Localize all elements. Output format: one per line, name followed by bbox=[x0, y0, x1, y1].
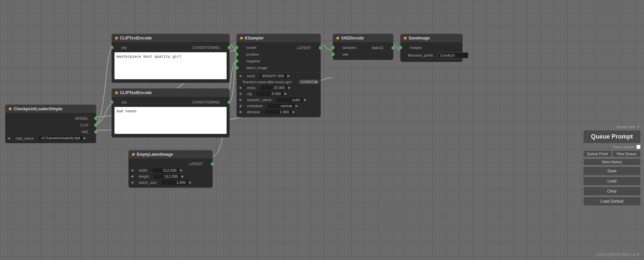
scheduler-right-arrow[interactable]: ▶ bbox=[295, 104, 299, 108]
cfg-right-arrow[interactable]: ▶ bbox=[284, 92, 288, 95]
clip2-conditioning-dot bbox=[228, 100, 231, 104]
saveimage-port-images: images bbox=[401, 44, 462, 51]
saveimage-dot bbox=[404, 37, 407, 39]
load-default-button[interactable]: Load Default bbox=[583, 197, 641, 206]
samplername-left-arrow[interactable]: ◀ bbox=[238, 98, 242, 102]
port-clip-label: CLIP bbox=[76, 123, 93, 127]
port-model: MODEL bbox=[5, 115, 96, 122]
ksampler-title: KSampler bbox=[245, 36, 264, 40]
clip2-port-clip: clip bbox=[112, 99, 134, 106]
latent-header: EmptyLatentImage bbox=[129, 150, 212, 158]
ksampler-output-label: LATENT bbox=[292, 46, 316, 50]
latent-body: LATENT ◀ width 512.000 ▶ ◀ height 512.00… bbox=[129, 158, 212, 187]
clip1-textarea[interactable]: masterpiece best quality girl bbox=[114, 52, 227, 78]
clear-button[interactable]: Clear bbox=[583, 187, 641, 196]
saveimage-body: images filename_prefix bbox=[401, 42, 462, 62]
batch-right-arrow[interactable]: ▶ bbox=[188, 181, 192, 184]
random-seed-label: Random seed after every gen bbox=[238, 80, 297, 84]
batch-left-arrow[interactable]: ◀ bbox=[130, 181, 134, 184]
port-clip: CLIP bbox=[5, 122, 96, 128]
denoise-left-arrow[interactable]: ◀ bbox=[238, 110, 242, 114]
saveimage-title: SaveImage bbox=[409, 36, 430, 40]
ksampler-model-dot bbox=[235, 46, 238, 49]
ksampler-cfg-row: ◀ cfg 8.000 ▶ bbox=[237, 91, 320, 97]
ksampler-random-seed-row: Random seed after every gen enabled bbox=[237, 79, 320, 85]
checkpoint-header: CheckpointLoaderSimple bbox=[5, 105, 96, 113]
width-right-arrow[interactable]: ▶ bbox=[179, 169, 183, 172]
port-vae-dot bbox=[94, 130, 98, 134]
watermark: CSDN @暂时先用这个名字 bbox=[595, 252, 640, 257]
extra-options-label: Extra options bbox=[613, 145, 635, 149]
height-left-arrow[interactable]: ◀ bbox=[130, 175, 134, 178]
vaedecode-body: samples vae IMAGE bbox=[333, 42, 393, 60]
ksampler-output-dot bbox=[319, 46, 322, 50]
view-queue-button[interactable]: View Queue bbox=[612, 150, 641, 157]
vaedecode-output-dot bbox=[391, 46, 395, 50]
vaedecode-port-output: IMAGE bbox=[364, 44, 393, 51]
width-left-arrow[interactable]: ◀ bbox=[130, 169, 134, 172]
cfg-left-arrow[interactable]: ◀ bbox=[238, 92, 242, 95]
save-button[interactable]: Save bbox=[583, 167, 641, 175]
clip1-header: CLIPTextEncode bbox=[112, 34, 229, 42]
clip2-body: clip CONDITIONING bad hands bbox=[112, 97, 229, 137]
ksampler-seed-row: ◀ seed 8566257.000 ▶ bbox=[237, 73, 320, 79]
height-label: height bbox=[134, 174, 154, 178]
steps-label: steps bbox=[242, 86, 260, 90]
vaedecode-samples-dot bbox=[331, 46, 335, 49]
clip2-title: CLIPTextEncode bbox=[120, 90, 152, 95]
clip1-title: CLIPTextEncode bbox=[120, 36, 152, 40]
steps-left-arrow[interactable]: ◀ bbox=[238, 86, 242, 89]
clip2-header: CLIPTextEncode bbox=[112, 89, 229, 97]
ckpt-left-arrow[interactable]: ◀ bbox=[7, 137, 11, 140]
extra-options-checkbox[interactable] bbox=[636, 145, 641, 149]
load-button[interactable]: Load bbox=[583, 177, 641, 185]
clip1-clip-label: clip bbox=[117, 46, 132, 50]
clip2-dot bbox=[115, 91, 118, 94]
width-label: width bbox=[134, 168, 152, 172]
clip1-clip-dot bbox=[110, 46, 113, 49]
queue-prompt-button[interactable]: Queue Prompt bbox=[583, 130, 641, 143]
height-right-arrow[interactable]: ▶ bbox=[181, 175, 185, 178]
clip2-clip-dot bbox=[110, 100, 113, 104]
clip2-conditioning-label: CONDITIONING bbox=[188, 100, 225, 104]
queue-front-button[interactable]: Queue Front bbox=[583, 150, 612, 157]
checkpoint-dot bbox=[9, 108, 11, 110]
ksampler-negative-dot bbox=[235, 59, 238, 63]
saveimage-filename-row: filename_prefix bbox=[401, 51, 462, 60]
seed-right-arrow[interactable]: ▶ bbox=[287, 74, 291, 78]
node-ksampler: KSampler model positive negative bbox=[236, 34, 321, 117]
filename-prefix-input[interactable] bbox=[438, 52, 468, 58]
vaedecode-dot bbox=[336, 37, 339, 39]
latent-output-label: LATENT bbox=[184, 162, 208, 166]
samplername-value: euler bbox=[276, 97, 303, 102]
denoise-right-arrow[interactable]: ▶ bbox=[292, 110, 296, 114]
clip2-textarea[interactable]: bad hands bbox=[114, 107, 227, 133]
samplername-right-arrow[interactable]: ▶ bbox=[303, 98, 307, 102]
vaedecode-port-samples: samples bbox=[333, 44, 364, 51]
seed-left-arrow[interactable]: ◀ bbox=[238, 74, 242, 78]
ksampler-body: model positive negative latent_image LAT… bbox=[237, 42, 320, 117]
steps-right-arrow[interactable]: ▶ bbox=[287, 86, 291, 89]
saveimage-header: SaveImage bbox=[401, 34, 462, 42]
ckpt-right-arrow[interactable]: ▶ bbox=[83, 137, 87, 140]
clip2-textarea-container: bad hands bbox=[114, 107, 227, 134]
checkpoint-body: MODEL CLIP VAE ◀ ckpt_name v1-5-pruned-e… bbox=[5, 113, 96, 143]
queue-front-view-queue-row: Queue Front View Queue bbox=[583, 150, 641, 157]
clip1-port-conditioning: CONDITIONING bbox=[185, 44, 229, 51]
clip2-port-conditioning: CONDITIONING bbox=[185, 99, 229, 106]
ksampler-denoise-row: ◀ denoise 1.000 ▶ bbox=[237, 109, 320, 115]
filename-prefix-label: filename_prefix bbox=[403, 53, 438, 57]
width-value: 512.000 bbox=[152, 168, 179, 173]
scheduler-left-arrow[interactable]: ◀ bbox=[238, 104, 242, 108]
latent-port-output: LATENT bbox=[129, 161, 212, 167]
vaedecode-title: VAEDecode bbox=[341, 36, 364, 40]
port-model-dot bbox=[94, 117, 98, 120]
ksampler-latent-dot bbox=[235, 66, 238, 69]
node-clip-text-encode-2: CLIPTextEncode clip CONDITIONING bad han… bbox=[111, 88, 230, 138]
batch-label: batch_size bbox=[134, 180, 161, 184]
view-history-button[interactable]: View History bbox=[583, 158, 641, 165]
ksampler-port-latent: latent_image bbox=[237, 64, 275, 71]
latent-output-dot bbox=[211, 162, 214, 166]
node-vae-decode: VAEDecode samples vae IMAGE bbox=[333, 34, 393, 60]
vaedecode-vae-dot bbox=[331, 53, 335, 56]
